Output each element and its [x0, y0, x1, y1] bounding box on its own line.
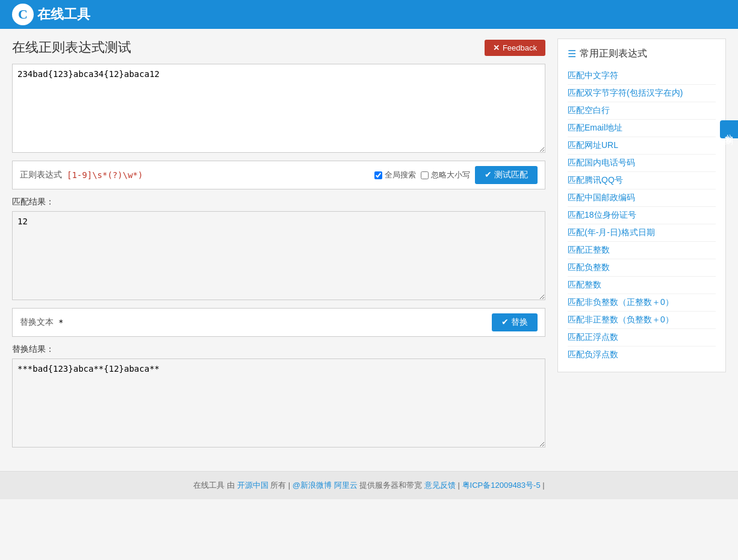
footer-text-middle1: 所有 | [270, 481, 290, 490]
common-regex-link-4[interactable]: 匹配网址URL [568, 140, 618, 150]
ignore-case-label: 忽略大小写 [431, 170, 470, 180]
list-item: 匹配负整数 [568, 259, 716, 277]
share-sidebar[interactable]: 分享到 [720, 120, 738, 138]
ignore-case-group: 忽略大小写 [421, 170, 470, 180]
footer-link-opensource[interactable]: 开源中国 [237, 481, 268, 490]
replace-result-label: 替换结果： [12, 344, 545, 355]
list-item: 匹配中文字符 [568, 67, 716, 85]
regex-label: 正则表达式 [20, 170, 62, 180]
logo-text: 在线工具 [37, 5, 90, 23]
list-item: 匹配空白行 [568, 102, 716, 120]
match-result-textarea[interactable] [12, 211, 545, 300]
regex-control-row: 正则表达式 全局搜索 忽略大小写 ✔ 测试匹配 [12, 161, 545, 189]
common-regex-list: 匹配中文字符匹配双字节字符(包括汉字在内)匹配空白行匹配Email地址匹配网址U… [568, 67, 716, 363]
common-regex-link-2[interactable]: 匹配空白行 [568, 105, 610, 115]
replace-result-textarea[interactable] [12, 358, 545, 448]
list-item: 匹配负浮点数 [568, 346, 716, 363]
list-item: 匹配非正整数（负整数＋0） [568, 312, 716, 329]
page-title-row: 在线正则表达式测试 ✕ Feedback [12, 38, 545, 57]
replace-control-row: 替换文本 ✔ 替换 [12, 308, 545, 337]
common-regex-link-16[interactable]: 匹配负浮点数 [568, 349, 618, 359]
list-item: 匹配双字节字符(包括汉字在内) [568, 85, 716, 102]
list-item: 匹配国内电话号码 [568, 155, 716, 172]
list-item: 匹配正浮点数 [568, 329, 716, 346]
footer-text-middle2: 提供服务器和带宽 [359, 481, 422, 490]
main-input-textarea[interactable] [12, 64, 545, 153]
common-regex-link-7[interactable]: 匹配中国邮政编码 [568, 192, 635, 202]
x-icon: ✕ [493, 43, 500, 52]
common-regex-link-9[interactable]: 匹配(年-月-日)格式日期 [568, 227, 655, 237]
common-regex-link-1[interactable]: 匹配双字节字符(包括汉字在内) [568, 88, 683, 97]
replace-button-label: ✔ 替换 [501, 317, 528, 328]
list-item: 匹配(年-月-日)格式日期 [568, 224, 716, 242]
list-item: 匹配中国邮政编码 [568, 189, 716, 207]
footer-link-icp[interactable]: 粤ICP备12009483号-5 [462, 481, 541, 490]
common-regex-link-0[interactable]: 匹配中文字符 [568, 70, 618, 80]
replace-button[interactable]: ✔ 替换 [492, 313, 538, 331]
common-regex-link-14[interactable]: 匹配非正整数（负整数＋0） [568, 315, 674, 324]
list-item: 匹配网址URL [568, 137, 716, 155]
left-panel: 在线正则表达式测试 ✕ Feedback 正则表达式 全局搜索 忽略大小写 ✔ … [12, 38, 545, 449]
list-item: 匹配正整数 [568, 242, 716, 259]
footer: 在线工具 由 开源中国 所有 | @新浪微博 阿里云 提供服务器和带宽 意见反馈… [0, 471, 738, 499]
global-search-checkbox[interactable] [374, 171, 382, 179]
site-logo[interactable]: C 在线工具 [12, 4, 90, 25]
test-match-label: ✔ 测试匹配 [485, 170, 528, 180]
common-regex-link-11[interactable]: 匹配负整数 [568, 262, 610, 272]
common-regex-link-3[interactable]: 匹配Email地址 [568, 123, 622, 132]
list-item: 匹配腾讯QQ号 [568, 172, 716, 189]
footer-link-aliyun[interactable]: 阿里云 [334, 481, 358, 490]
feedback-button[interactable]: ✕ Feedback [485, 40, 545, 56]
test-match-button[interactable]: ✔ 测试匹配 [475, 166, 538, 184]
common-regex-link-13[interactable]: 匹配非负整数（正整数＋0） [568, 297, 674, 307]
list-item: 匹配整数 [568, 277, 716, 294]
header: C 在线工具 [0, 0, 738, 29]
common-regex-link-12[interactable]: 匹配整数 [568, 280, 601, 289]
footer-separator2: | [542, 481, 544, 490]
logo-c-icon: C [12, 4, 34, 25]
common-regex-link-15[interactable]: 匹配正浮点数 [568, 332, 618, 342]
list-item: 匹配Email地址 [568, 120, 716, 137]
global-search-label: 全局搜索 [385, 170, 416, 180]
replace-text-label: 替换文本 [20, 317, 54, 328]
footer-link-weibo[interactable]: @新浪微博 [293, 481, 332, 490]
common-regex-link-5[interactable]: 匹配国内电话号码 [568, 158, 635, 167]
common-regex-link-6[interactable]: 匹配腾讯QQ号 [568, 175, 623, 185]
main-container: 在线正则表达式测试 ✕ Feedback 正则表达式 全局搜索 忽略大小写 ✔ … [0, 29, 738, 459]
common-regex-panel: ☰ 常用正则表达式 匹配中文字符匹配双字节字符(包括汉字在内)匹配空白行匹配Em… [557, 38, 726, 372]
footer-text-before: 在线工具 由 [193, 481, 235, 490]
common-regex-link-10[interactable]: 匹配正整数 [568, 245, 610, 254]
list-item: 匹配非负整数（正整数＋0） [568, 294, 716, 312]
common-regex-title: ☰ 常用正则表达式 [568, 48, 716, 60]
match-result-label: 匹配结果： [12, 197, 545, 208]
feedback-label: Feedback [503, 43, 537, 52]
regex-input[interactable] [67, 170, 370, 180]
ignore-case-checkbox[interactable] [421, 171, 429, 179]
right-panel: ☰ 常用正则表达式 匹配中文字符匹配双字节字符(包括汉字在内)匹配空白行匹配Em… [557, 38, 726, 449]
list-item: 匹配18位身份证号 [568, 207, 716, 224]
page-title: 在线正则表达式测试 [12, 38, 131, 57]
footer-separator: | [458, 481, 460, 490]
common-regex-link-8[interactable]: 匹配18位身份证号 [568, 210, 636, 220]
footer-link-feedback[interactable]: 意见反馈 [424, 481, 456, 490]
common-regex-title-text: 常用正则表达式 [580, 48, 647, 60]
global-search-group: 全局搜索 [374, 170, 416, 180]
list-icon: ☰ [568, 48, 576, 60]
replace-text-input[interactable] [58, 318, 487, 327]
